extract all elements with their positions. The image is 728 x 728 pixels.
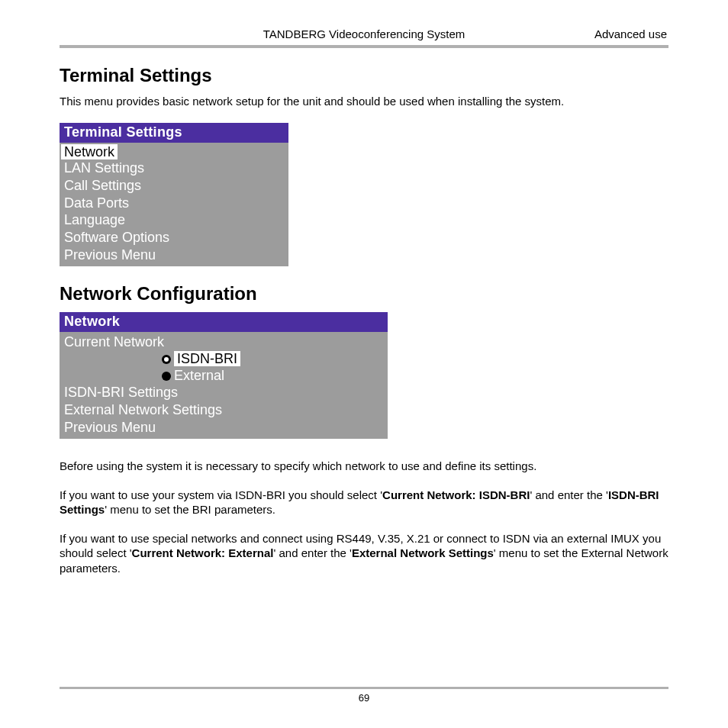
menu-body-network: Current Network ISDN-BRI External ISDN-B…	[60, 332, 388, 439]
page-footer: 69	[60, 687, 668, 704]
paragraph-3: If you want to use special networks and …	[60, 531, 668, 576]
section-title-network-configuration: Network Configuration	[60, 283, 668, 304]
menu-item-language[interactable]: Language	[63, 211, 285, 229]
menu-item-software-options[interactable]: Software Options	[63, 229, 285, 246]
menu-item-call-settings[interactable]: Call Settings	[63, 177, 285, 195]
intro-paragraph: This menu provides basic network setup f…	[60, 94, 668, 109]
page-number: 69	[60, 692, 668, 704]
radio-selected-icon	[162, 355, 171, 364]
header-center: TANDBERG Videoconferencing System	[153, 27, 575, 40]
current-network-label: Current Network	[63, 333, 385, 351]
menu-item-data-ports[interactable]: Data Ports	[63, 195, 285, 212]
paragraph-1: Before using the system it is necessary …	[60, 459, 668, 474]
radio-unselected-icon	[162, 372, 171, 381]
menu-item-previous-menu[interactable]: Previous Menu	[63, 246, 285, 264]
menu-title: Terminal Settings	[60, 123, 288, 143]
menu-title-network: Network	[60, 312, 388, 332]
page: TANDBERG Videoconferencing System Advanc…	[0, 0, 728, 728]
bold-text: External Network Settings	[352, 546, 494, 559]
header-right: Advanced use	[575, 27, 667, 40]
paragraph-2: If you want to use your system via ISDN-…	[60, 488, 668, 517]
menu-item-isdn-bri-settings[interactable]: ISDN-BRI Settings	[63, 384, 385, 401]
text: ' and enter the '	[530, 488, 607, 501]
bold-text: Current Network: ISDN-BRI	[382, 488, 530, 501]
menu-item-lan-settings[interactable]: LAN Settings	[63, 159, 285, 177]
header-rule	[60, 45, 668, 48]
menu-item-network[interactable]: Network	[61, 144, 118, 160]
text: ' and enter the '	[273, 546, 351, 559]
menu-body: Network LAN Settings Call Settings Data …	[60, 143, 288, 267]
text: If you want to use your system via ISDN-…	[60, 488, 382, 501]
radio-label: External	[174, 368, 224, 383]
menu-item-external-network-settings[interactable]: External Network Settings	[63, 401, 385, 419]
network-menu: Network Current Network ISDN-BRI Externa…	[60, 312, 388, 439]
page-header: TANDBERG Videoconferencing System Advanc…	[60, 27, 668, 43]
section-title-terminal-settings: Terminal Settings	[60, 65, 668, 86]
footer-rule	[60, 687, 668, 689]
radio-isdn-bri[interactable]: ISDN-BRI	[63, 351, 385, 368]
text: ' menu to set the BRI parameters.	[105, 503, 275, 516]
radio-label: ISDN-BRI	[174, 351, 240, 366]
menu-item-previous-menu-2[interactable]: Previous Menu	[63, 419, 385, 436]
bold-text: Current Network: External	[132, 546, 274, 559]
header-left	[61, 27, 153, 40]
terminal-settings-menu: Terminal Settings Network LAN Settings C…	[60, 123, 288, 267]
radio-external[interactable]: External	[63, 368, 385, 385]
